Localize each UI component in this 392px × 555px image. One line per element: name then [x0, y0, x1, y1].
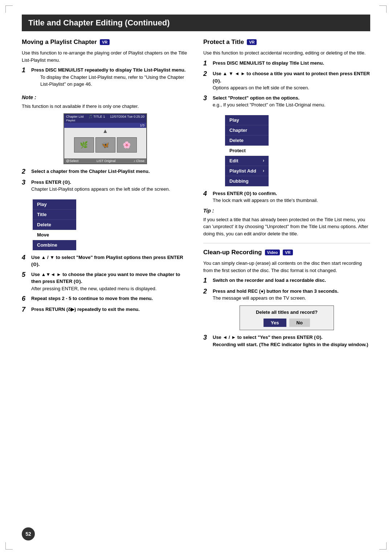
step-3-left-sub: Chapter List-Playlist options appears on…: [31, 186, 189, 193]
screen-date: 12/07/2004 Tue 0:25:20: [110, 115, 144, 122]
section-heading-protect: Protect a Title VR: [203, 39, 370, 46]
section-intro-protect: Use this function to protect accidental …: [203, 49, 370, 57]
yes-button[interactable]: Yes: [264, 319, 286, 327]
tip-box: Tip : If you select a title that has alr…: [203, 207, 370, 238]
left-column: Moving a Playlist Chapter VR Use this fu…: [22, 39, 189, 354]
screen-close: ♪ Close: [134, 159, 144, 163]
menu-item-chapter: Chapter: [225, 125, 269, 135]
badge-vr-moving: VR: [100, 39, 110, 45]
menu-item-play-right: Play: [225, 115, 269, 125]
step-2-right-sub: Options appears on the left side of the …: [213, 84, 370, 92]
step-3-left: 3 Press ENTER (⊙). Chapter List-Playlist…: [22, 179, 189, 193]
menu-item-combine: Combine: [33, 240, 76, 250]
step-1-left: 1 Press DISC MENU/LIST repeatedly to dis…: [22, 66, 189, 91]
step-3-left-bold: Press ENTER (⊙).: [31, 179, 71, 185]
right-menu-box: Play Chapter Delete Protect Edit ›: [225, 115, 269, 186]
step-7-left: 7 Press RETURN (δ▶) repeatedly to exit t…: [22, 306, 189, 314]
step-3-cleanup-bold: Use ◄ / ► to select "Yes" then press ENT…: [213, 335, 323, 340]
step-3-right: 3 Select "Protect" option on the options…: [203, 94, 370, 109]
menu-item-title: Title: [33, 210, 76, 220]
step-2-cleanup-bold: Press and hold REC (●) button for more t…: [213, 288, 339, 294]
section-intro-moving: Use this function to re-arrange the play…: [22, 49, 189, 64]
delete-message: Delete all titles and record?: [247, 309, 326, 316]
screen-header-left: Chapter ListPlaylist: [66, 115, 84, 122]
step-4-right-sub: The lock mark will appears on the title'…: [213, 197, 370, 204]
step-5-left: 5 Use ▲▼◄ ► to choose the place you want…: [22, 271, 189, 292]
screen-nav-up: ▲: [64, 128, 146, 134]
badge-video-cleanup: Video: [265, 250, 280, 255]
note-text: This function is not available if there …: [22, 103, 189, 110]
badge-vr-cleanup: VR: [283, 250, 293, 255]
menu-item-delete-right: Delete: [225, 135, 269, 146]
screen-header: Chapter ListPlaylist 🎵 TITLE 1 12/07/200…: [64, 114, 146, 123]
thumb-3: 🌸: [117, 137, 137, 153]
section-intro-cleanup: You can simply clean-up (erase) all cont…: [203, 260, 370, 274]
menu-item-dubbing: Dubbing: [225, 176, 269, 186]
menu-item-delete-left: Delete: [33, 220, 76, 230]
step-3-right-bold: Select "Protect" option on the options.: [213, 95, 299, 101]
note-label: Note :: [22, 94, 189, 101]
screen-list: LIST Original: [97, 159, 115, 163]
step-1-right: 1 Press DISC MENU/LIST to display Title …: [203, 60, 370, 68]
badge-vr-protect: VR: [247, 39, 257, 45]
step-3-cleanup: 3 Use ◄ / ► to select "Yes" then press E…: [203, 334, 370, 348]
section-title-moving: Moving a Playlist Chapter: [22, 39, 97, 46]
screen-select: @Select: [66, 159, 78, 163]
step-4-left: 4 Use ▲ / ▼ to select "Move" from Playli…: [22, 254, 189, 268]
delete-buttons: Yes No: [247, 319, 326, 327]
page-title: Title and Chapter Editing (Continued): [28, 18, 364, 28]
step-5-left-bold: Use ▲▼◄ ► to choose the place you want t…: [31, 272, 180, 284]
step-4-right-bold: Press ENTER (⊙) to confirm.: [213, 191, 277, 196]
section-heading-cleanup: Clean-up Recording Video VR: [203, 249, 370, 256]
step-4-right: 4 Press ENTER (⊙) to confirm. The lock m…: [203, 190, 370, 204]
screen-thumbnails: 🌿 🦋 🌸: [64, 134, 146, 155]
step-2-right: 2 Use ▲ ▼ ◄ ► to choose a title you want…: [203, 70, 370, 92]
step-4-left-bold: Use ▲ / ▼ to select "Move" from Playlist…: [31, 255, 183, 267]
menu-item-play-left: Play: [33, 199, 76, 210]
page-header: Title and Chapter Editing (Continued): [22, 15, 370, 31]
thumb-1: 🌿: [74, 137, 94, 153]
no-button[interactable]: No: [289, 319, 310, 327]
step-2-left-bold: Select a chapter from the Chapter List-P…: [31, 169, 150, 174]
step-1-cleanup-bold: Switch on the recorder and load a record…: [213, 278, 326, 283]
step-2-left: 2 Select a chapter from the Chapter List…: [22, 168, 189, 176]
tip-text: If you select a title that has already b…: [203, 216, 370, 238]
step-1-left-bold: Press DISC MENU/LIST repeatedly to displ…: [31, 67, 185, 73]
step-1-right-bold: Press DISC MENU/LIST to display Title Li…: [213, 60, 324, 66]
step-5-left-sub: After pressing ENTER, the new, updated m…: [31, 285, 189, 292]
section-heading-moving: Moving a Playlist Chapter VR: [22, 39, 189, 46]
step-2-right-bold: Use ▲ ▼ ◄ ► to choose a title you want t…: [213, 71, 370, 84]
screen-thumbnail: Chapter ListPlaylist 🎵 TITLE 1 12/07/200…: [64, 113, 147, 164]
step-2-cleanup-sub: The message will appears on the TV scree…: [213, 295, 370, 302]
step-2-cleanup: 2 Press and hold REC (●) button for more…: [203, 288, 370, 302]
step-1-left-sub: To display the Chapter List-Playlist men…: [40, 74, 189, 88]
tip-label: Tip :: [203, 207, 370, 215]
left-menu-box: Play Title Delete Move Combine: [33, 199, 76, 250]
step-7-left-bold: Press RETURN (δ▶) repeatedly to exit the…: [31, 307, 140, 312]
menu-item-move: Move: [33, 230, 76, 240]
step-3-cleanup-sub: Recording will start. (The REC indicator…: [213, 341, 370, 348]
screen-footer: @Select LIST Original ♪ Close: [64, 158, 146, 163]
section-title-cleanup: Clean-up Recording: [203, 249, 262, 256]
step-6-left: 6 Repeat steps 2 - 5 to continue to move…: [22, 295, 189, 303]
step-3-right-sub: e.g., If you select "Protect" on Title L…: [213, 101, 370, 109]
step-1-cleanup: 1 Switch on the recorder and load a reco…: [203, 277, 370, 285]
section-divider-line: [203, 243, 370, 243]
menu-item-edit: Edit ›: [225, 156, 269, 166]
right-column: Protect a Title VR Use this function to …: [203, 39, 370, 354]
screen-page: 1/3: [64, 123, 146, 128]
screen-title: 🎵 TITLE 1: [89, 115, 105, 122]
step-6-left-bold: Repeat steps 2 - 5 to continue to move f…: [31, 296, 153, 301]
note-box: Note : This function is not available if…: [22, 94, 189, 110]
page-number: 52: [22, 527, 35, 540]
thumb-2: 🦋: [95, 137, 115, 153]
section-title-protect: Protect a Title: [203, 39, 244, 46]
delete-dialog: Delete all titles and record? Yes No: [240, 305, 334, 331]
menu-item-playlist-add: Playlist Add ›: [225, 166, 269, 176]
menu-item-protect: Protect: [225, 146, 269, 156]
